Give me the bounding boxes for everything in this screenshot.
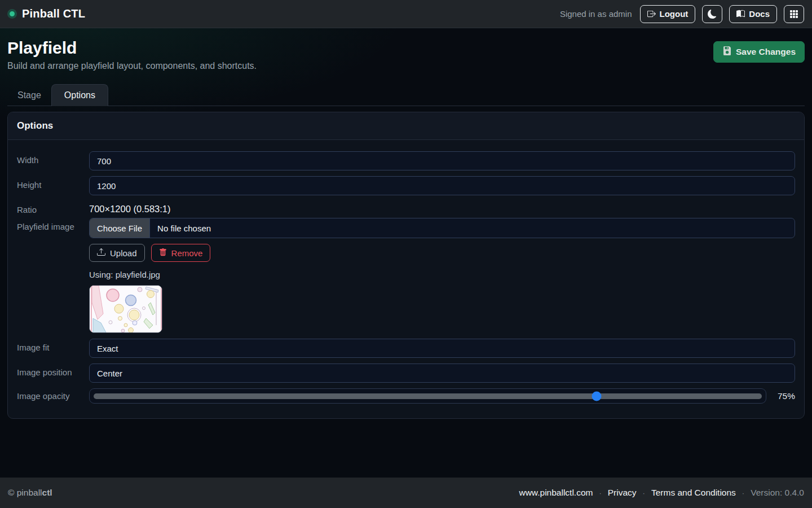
- ratio-label: Ratio: [17, 201, 89, 214]
- copyright-text: © pinballctl: [8, 488, 52, 498]
- opacity-slider[interactable]: [89, 388, 766, 404]
- page-header: Playfield Build and arrange playfield la…: [7, 28, 805, 71]
- image-fit-label: Image fit: [17, 339, 89, 352]
- ratio-row: Ratio 700×1200 (0.583:1): [17, 201, 795, 214]
- tab-stage[interactable]: Stage: [7, 84, 51, 106]
- signed-in-text: Signed in as admin: [560, 9, 632, 19]
- ratio-value: 700×1200 (0.583:1): [89, 201, 795, 214]
- height-field-row: Height: [17, 176, 795, 195]
- moon-icon: [708, 10, 717, 19]
- save-changes-button[interactable]: Save Changes: [713, 41, 805, 63]
- upload-label: Upload: [110, 248, 137, 258]
- image-opacity-row: Image opacity 75%: [17, 388, 795, 404]
- grid-icon: [789, 10, 798, 19]
- image-actions: Upload Remove: [89, 244, 795, 262]
- opacity-value: 75%: [766, 391, 795, 401]
- tab-bar: Stage Options: [7, 84, 805, 106]
- version-text: Version: 0.4.0: [751, 488, 804, 498]
- playfield-thumbnail: [89, 285, 162, 333]
- remove-label: Remove: [171, 248, 203, 258]
- logout-icon: [647, 10, 656, 18]
- card-body: Width Height Ratio 700×1200 (0.583:1) Pl…: [8, 140, 804, 418]
- footer-link-privacy[interactable]: Privacy: [608, 488, 637, 498]
- playfield-file-input[interactable]: Choose File No file chosen: [89, 218, 795, 238]
- playfield-image-row: Playfield image Choose File No file chos…: [17, 218, 795, 333]
- upload-icon: [97, 248, 105, 258]
- footer-links: www.pinballctl.com · Privacy · Terms and…: [519, 488, 804, 498]
- width-input[interactable]: [89, 151, 795, 170]
- choose-file-button[interactable]: Choose File: [90, 218, 150, 238]
- image-position-select[interactable]: Center: [89, 364, 795, 383]
- theme-toggle-button[interactable]: [702, 5, 722, 23]
- apps-grid-button[interactable]: [784, 5, 804, 23]
- tab-options[interactable]: Options: [51, 84, 108, 106]
- footer-link-terms[interactable]: Terms and Conditions: [651, 488, 736, 498]
- docs-icon: [736, 10, 745, 18]
- options-card: Options Width Height Ratio 700×1200 (0.5…: [7, 112, 805, 419]
- upload-button[interactable]: Upload: [89, 244, 145, 262]
- footer-separator: ·: [742, 489, 744, 497]
- trash-icon: [159, 248, 167, 258]
- width-field-row: Width: [17, 151, 795, 170]
- save-icon: [722, 46, 731, 58]
- image-fit-select[interactable]: Exact: [89, 339, 795, 358]
- logout-label: Logout: [660, 9, 689, 19]
- logout-button[interactable]: Logout: [640, 5, 696, 23]
- height-label: Height: [17, 176, 89, 190]
- brand-title: Pinball CTL: [22, 7, 85, 20]
- card-title: Options: [8, 112, 804, 140]
- docs-label: Docs: [749, 9, 770, 19]
- main-content: Playfield Build and arrange playfield la…: [0, 28, 812, 478]
- save-label: Save Changes: [736, 47, 796, 57]
- page-title: Playfield: [7, 38, 257, 58]
- navbar: Pinball CTL Signed in as admin Logout Do…: [0, 0, 812, 28]
- navbar-actions: Signed in as admin Logout Docs: [560, 5, 804, 23]
- page-subtitle: Build and arrange playfield layout, comp…: [7, 61, 257, 71]
- opacity-slider-thumb[interactable]: [592, 391, 602, 401]
- using-filename-text: Using: playfield.jpg: [89, 270, 795, 279]
- image-opacity-label: Image opacity: [17, 391, 89, 401]
- image-fit-row: Image fit Exact: [17, 339, 795, 358]
- no-file-chosen-text: No file chosen: [150, 218, 218, 238]
- image-position-row: Image position Center: [17, 364, 795, 383]
- brand[interactable]: Pinball CTL: [8, 7, 85, 20]
- footer-link-website[interactable]: www.pinballctl.com: [519, 488, 593, 498]
- brand-logo-dot: [8, 10, 16, 18]
- footer-separator: ·: [643, 489, 645, 497]
- docs-button[interactable]: Docs: [729, 5, 777, 23]
- height-input[interactable]: [89, 176, 795, 195]
- playfield-image-label: Playfield image: [17, 218, 89, 231]
- remove-button[interactable]: Remove: [151, 244, 211, 262]
- footer: © pinballctl www.pinballctl.com · Privac…: [0, 478, 812, 508]
- opacity-slider-track: [94, 393, 762, 399]
- image-position-label: Image position: [17, 364, 89, 377]
- footer-separator: ·: [599, 489, 601, 497]
- width-label: Width: [17, 151, 89, 165]
